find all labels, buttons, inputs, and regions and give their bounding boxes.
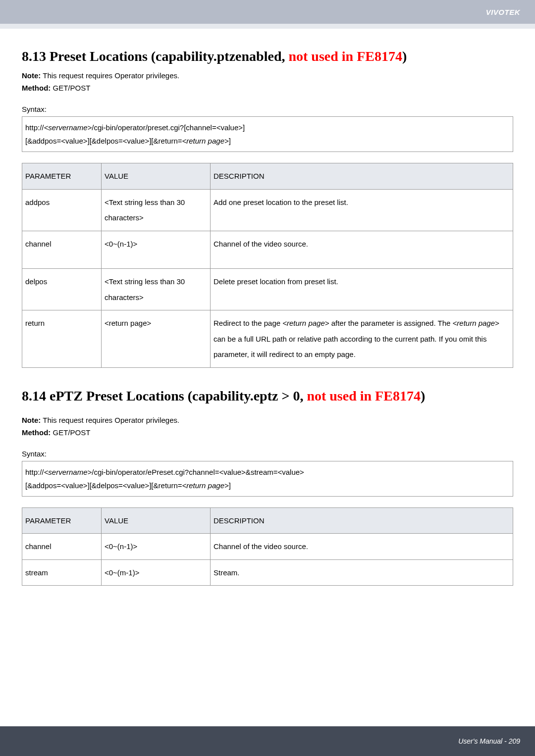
cell-desc: Channel of the video source. <box>211 534 513 560</box>
cell-param: delpos <box>22 269 102 310</box>
header-bar: VIVOTEK <box>0 0 535 24</box>
syntax-italic: <return page> <box>182 137 229 145</box>
table-header-row: PARAMETER VALUE DESCRIPTION <box>22 163 513 190</box>
note-label: Note: <box>22 416 41 424</box>
cell-param: addpos <box>22 189 102 231</box>
syntax-line-1: http://<servername>/cgi-bin/operator/pre… <box>25 121 510 134</box>
section-heading-814: 8.14 ePTZ Preset Locations (capability.e… <box>22 383 513 409</box>
cell-value: <0~(m-1)> <box>102 559 211 586</box>
syntax-italic: <servername> <box>44 468 92 476</box>
cell-value: <0~(n-1)> <box>102 534 211 560</box>
syntax-text: /cgi-bin/operator/preset.cgi?[channel=<v… <box>92 123 245 132</box>
cell-param: channel <box>22 231 102 269</box>
syntax-line-2: [&addpos=<value>][&delpos=<value>][&retu… <box>25 479 510 492</box>
note-label: Note: <box>22 71 41 80</box>
syntax-text: /cgi-bin/operator/ePreset.cgi?channel=<v… <box>92 468 304 476</box>
syntax-label: Syntax: <box>22 450 513 458</box>
desc-text: after the parameter is assigned. The <box>329 319 453 327</box>
param-table-813: PARAMETER VALUE DESCRIPTION addpos <Text… <box>22 163 513 368</box>
param-table-814: PARAMETER VALUE DESCRIPTION channel <0~(… <box>22 507 513 586</box>
syntax-line-1: http://<servername>/cgi-bin/operator/ePr… <box>25 465 510 479</box>
method-label: Method: <box>22 84 51 92</box>
footer-text: User's Manual - 209 <box>458 737 520 745</box>
syntax-box-813: http://<servername>/cgi-bin/operator/pre… <box>22 116 513 152</box>
method-text: GET/POST <box>51 84 90 92</box>
method-line: Method: GET/POST <box>22 84 513 92</box>
cell-desc: Channel of the video source. <box>211 231 513 269</box>
desc-italic: <return page> <box>282 319 329 327</box>
note-text: This request requires Operator privilege… <box>41 71 179 80</box>
page-content: 8.13 Preset Locations (capability.ptzena… <box>0 29 535 586</box>
method-line: Method: GET/POST <box>22 428 513 437</box>
header-separator <box>0 24 535 29</box>
heading-prefix: 8.13 Preset Locations (capability.ptzena… <box>22 49 288 64</box>
syntax-italic: <return page> <box>182 481 229 490</box>
heading-red: not used in FE8174 <box>288 49 402 64</box>
cell-desc: Stream. <box>211 559 513 586</box>
syntax-text: ] <box>229 481 231 490</box>
th-value: VALUE <box>102 163 211 190</box>
syntax-italic: <servername> <box>44 123 92 132</box>
method-text: GET/POST <box>51 428 90 437</box>
th-description: DESCRIPTION <box>211 507 513 534</box>
table-row: stream <0~(m-1)> Stream. <box>22 559 513 586</box>
cell-param: return <box>22 310 102 368</box>
cell-param: stream <box>22 559 102 586</box>
table-row: channel <0~(n-1)> Channel of the video s… <box>22 534 513 560</box>
cell-value: <Text string less than 30 characters> <box>102 269 211 310</box>
note-text: This request requires Operator privilege… <box>41 416 179 424</box>
desc-italic: <return page> <box>453 319 499 327</box>
brand-label: VIVOTEK <box>486 8 520 16</box>
cell-value: <Text string less than 30 characters> <box>102 189 211 231</box>
cell-desc: Delete preset location from preset list. <box>211 269 513 310</box>
table-row: delpos <Text string less than 30 charact… <box>22 269 513 310</box>
table-row: return <return page> Redirect to the pag… <box>22 310 513 368</box>
syntax-box-814: http://<servername>/cgi-bin/operator/ePr… <box>22 461 513 497</box>
table-row: channel <0~(n-1)> Channel of the video s… <box>22 231 513 269</box>
cell-value: <return page> <box>102 310 211 368</box>
syntax-text: [&addpos=<value>][&delpos=<value>][&retu… <box>25 481 182 490</box>
table-header-row: PARAMETER VALUE DESCRIPTION <box>22 507 513 534</box>
syntax-label: Syntax: <box>22 105 513 113</box>
cell-param: channel <box>22 534 102 560</box>
cell-value: <0~(n-1)> <box>102 231 211 269</box>
cell-desc: Add one preset location to the preset li… <box>211 189 513 231</box>
syntax-text: http:// <box>25 468 44 476</box>
note-line: Note: This request requires Operator pri… <box>22 416 513 424</box>
th-parameter: PARAMETER <box>22 507 102 534</box>
th-value: VALUE <box>102 507 211 534</box>
heading-suffix: ) <box>402 49 407 64</box>
cell-desc: Redirect to the page <return page> after… <box>211 310 513 368</box>
footer-bar: User's Manual - 209 <box>0 726 535 756</box>
desc-text: Redirect to the page <box>214 319 282 327</box>
heading-suffix: ) <box>421 388 425 403</box>
syntax-text: http:// <box>25 123 44 132</box>
section-heading-813: 8.13 Preset Locations (capability.ptzena… <box>22 49 513 64</box>
syntax-text: ] <box>229 137 231 145</box>
syntax-text: [&addpos=<value>][&delpos=<value>][&retu… <box>25 137 182 145</box>
note-line: Note: This request requires Operator pri… <box>22 71 513 80</box>
heading-prefix: 8.14 ePTZ Preset Locations (capability.e… <box>22 388 307 403</box>
desc-text: can be a full URL path or relative path … <box>214 335 486 359</box>
th-description: DESCRIPTION <box>211 163 513 190</box>
heading-red: not used in FE8174 <box>307 388 421 403</box>
syntax-line-2: [&addpos=<value>][&delpos=<value>][&retu… <box>25 134 510 148</box>
th-parameter: PARAMETER <box>22 163 102 190</box>
table-row: addpos <Text string less than 30 charact… <box>22 189 513 231</box>
method-label: Method: <box>22 428 51 437</box>
